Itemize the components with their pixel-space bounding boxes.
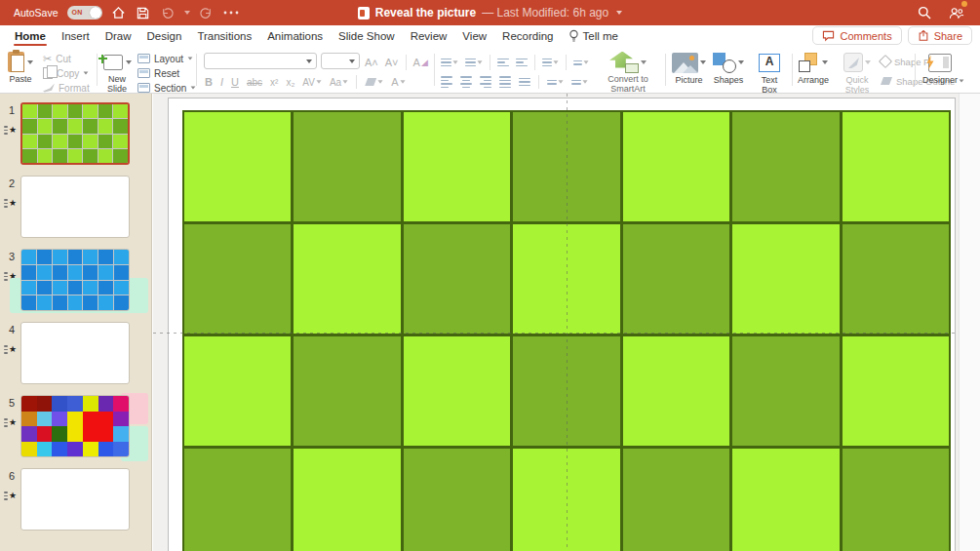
arrange-button[interactable]: Arrange [798, 51, 829, 86]
board-cell[interactable] [404, 449, 510, 551]
quick-styles-button[interactable]: Quick Styles [841, 51, 874, 96]
reset-button[interactable]: Reset [137, 67, 196, 79]
board-cell[interactable] [732, 224, 839, 334]
board-cell[interactable] [843, 112, 949, 221]
tab-transitions[interactable]: Transitions [196, 28, 253, 44]
slide-thumbnail-1[interactable] [20, 102, 130, 165]
slide-thumbnail-5[interactable] [20, 395, 130, 457]
italic-button[interactable]: I [220, 76, 223, 88]
text-box-button[interactable]: A Text Box [755, 51, 784, 96]
bold-button[interactable]: B [205, 76, 213, 88]
board-cell[interactable] [623, 449, 729, 551]
board-cell[interactable] [843, 449, 949, 551]
tab-recording[interactable]: Recording [501, 28, 554, 44]
board-cell[interactable] [404, 336, 510, 446]
presence-icon[interactable] [949, 5, 964, 20]
superscript-button[interactable]: x² [270, 77, 278, 88]
search-icon[interactable] [917, 5, 932, 20]
board-cell[interactable] [184, 449, 291, 551]
tab-draw[interactable]: Draw [104, 28, 133, 44]
vertical-guide[interactable] [567, 94, 568, 551]
tab-insert[interactable]: Insert [60, 28, 91, 44]
redo-icon[interactable] [199, 5, 215, 20]
animation-indicator[interactable]: ★ [4, 492, 17, 500]
font-name-combobox[interactable] [204, 53, 317, 69]
share-button[interactable]: Share [908, 26, 972, 45]
home-icon[interactable] [111, 5, 127, 20]
comments-button[interactable]: Comments [812, 26, 901, 45]
tab-review[interactable]: Review [410, 28, 449, 44]
board-cell[interactable] [294, 336, 400, 446]
align-right-button[interactable] [480, 76, 491, 88]
animation-indicator[interactable]: ★ [4, 345, 17, 354]
autosave-toggle[interactable]: ON [67, 6, 102, 20]
copy-button[interactable]: Copy [43, 67, 90, 79]
grow-font-button[interactable]: A˄ [365, 57, 378, 68]
numbering-button[interactable] [465, 59, 483, 67]
board-cell[interactable] [623, 336, 729, 446]
add-remove-columns-button[interactable] [519, 78, 530, 87]
align-left-button[interactable] [441, 76, 452, 88]
shrink-font-button[interactable]: A˅ [385, 57, 399, 68]
tab-design[interactable]: Design [146, 28, 183, 44]
tab-home[interactable]: Home [14, 28, 47, 44]
new-slide-button[interactable]: New Slide [101, 52, 133, 95]
board-cell[interactable] [732, 112, 839, 221]
section-button[interactable]: Section [137, 82, 196, 94]
slide-thumbnail-2[interactable] [20, 176, 130, 238]
animation-indicator[interactable]: ★ [4, 126, 17, 135]
columns-button[interactable] [573, 60, 589, 65]
align-text-button[interactable] [571, 80, 588, 85]
decrease-indent-button[interactable] [497, 59, 509, 67]
undo-icon[interactable] [160, 5, 176, 20]
font-size-combobox[interactable] [321, 53, 360, 69]
board-cell[interactable] [732, 336, 839, 446]
change-case-button[interactable]: Aa [330, 77, 348, 88]
line-spacing-button[interactable] [542, 59, 559, 67]
tab-slide-show[interactable]: Slide Show [337, 28, 396, 44]
board-cell[interactable] [623, 224, 729, 334]
clear-formatting-button[interactable]: A◢ [413, 57, 428, 68]
scrollbar-track[interactable] [959, 94, 980, 551]
board-cell[interactable] [184, 112, 291, 221]
board-cell[interactable] [623, 112, 729, 221]
slide-thumbnail-4[interactable] [20, 322, 130, 384]
board-cell[interactable] [404, 224, 510, 334]
font-color-button[interactable]: A [391, 76, 405, 88]
board-cell[interactable] [294, 112, 400, 221]
board-cell[interactable] [732, 449, 839, 551]
board-cell[interactable] [843, 224, 949, 334]
format-painter-button[interactable]: Format [43, 82, 90, 94]
tab-animations[interactable]: Animations [266, 28, 324, 44]
tab-view[interactable]: View [461, 28, 488, 44]
undo-menu-chevron[interactable] [184, 11, 190, 15]
justify-button[interactable] [499, 76, 511, 88]
board-cell[interactable] [294, 449, 400, 551]
shapes-button[interactable]: Shapes [713, 51, 744, 86]
subscript-button[interactable]: x₂ [286, 77, 294, 88]
underline-button[interactable]: U [231, 76, 239, 88]
highlight-button[interactable] [365, 78, 383, 86]
board-cell[interactable] [184, 336, 291, 446]
bullets-button[interactable] [441, 59, 458, 67]
board-cell[interactable] [843, 336, 949, 446]
convert-smartart-button[interactable]: Convert to SmartArt [597, 51, 659, 95]
cut-button[interactable]: ✂Cut [43, 53, 90, 64]
paste-button[interactable]: Paste [8, 51, 33, 85]
increase-indent-button[interactable] [516, 59, 528, 67]
board-cell[interactable] [294, 224, 400, 334]
board-cell[interactable] [404, 112, 510, 221]
board-cell[interactable] [184, 224, 291, 334]
text-direction-button[interactable] [547, 80, 564, 85]
horizontal-guide[interactable] [153, 333, 959, 334]
tell-me-button[interactable]: Tell me [568, 29, 618, 43]
animation-indicator[interactable]: ★ [4, 418, 17, 427]
slide-page[interactable] [168, 98, 956, 551]
picture-button[interactable]: Picture [672, 51, 706, 86]
layout-button[interactable]: Layout [137, 53, 196, 64]
align-center-button[interactable] [460, 76, 472, 88]
save-icon[interactable] [136, 5, 151, 20]
slide-thumbnail-3[interactable] [20, 249, 130, 311]
designer-button[interactable]: Designer [922, 51, 958, 86]
more-commands-icon[interactable] [223, 5, 239, 20]
